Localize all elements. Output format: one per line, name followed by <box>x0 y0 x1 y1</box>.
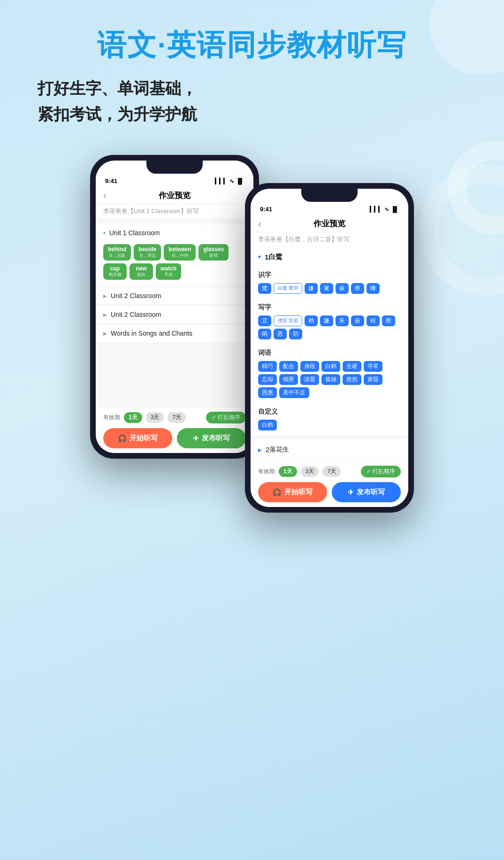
section1-header[interactable]: ▾ 1 白鹭 <box>251 249 408 265</box>
pt-huanghun[interactable]: 黄昏 <box>364 374 382 385</box>
word-tag-behind[interactable]: behind 在...后面 <box>103 244 131 261</box>
wt-yi[interactable]: 宜 <box>258 315 271 326</box>
pt-enhui[interactable]: 恩惠 <box>258 387 277 398</box>
main-title: 语文·英语同步教材听写 <box>0 0 504 66</box>
bottom-bar-left: 有效期 1天 3天 7天 ✓ 打乱顺序 🎧 开始听写 ✈ 发布听写 <box>96 407 253 453</box>
back-button-right[interactable]: ‹ <box>258 218 261 229</box>
signal-icon-right: ▎▎▎ <box>370 206 382 213</box>
section2-arrow: ▶ <box>258 447 262 453</box>
header-title-right: 作业预览 <box>313 218 345 229</box>
start-icon-right: 🎧 <box>273 488 282 497</box>
validity-1day-right[interactable]: 1天 <box>279 466 297 477</box>
unit2a-label: Unit 2 Classroom <box>111 292 161 299</box>
word-tag-beside[interactable]: beside 在...旁边 <box>134 244 161 261</box>
word-tag-new[interactable]: new 新的 <box>130 263 153 280</box>
phrase-label: 词语 <box>251 345 408 359</box>
words-songs-header[interactable]: ▶ Words in Songs and Chants <box>96 325 253 342</box>
unit2b-arrow: ▶ <box>103 312 107 317</box>
back-button-left[interactable]: ‹ <box>103 190 107 201</box>
custom-label: 自定义 <box>251 404 408 418</box>
pt-jingqiao[interactable]: 精巧 <box>258 361 277 372</box>
phrase-tags: 精巧 配合 身段 白鹤 生硬 寻常 忘却 镜匣 清晨 孤独 悠然 黄昏 恩惠 美… <box>251 359 408 402</box>
validity-label-right: 有效期 <box>258 468 275 476</box>
status-bar-right: 9:41 ▎▎▎ ∿ ▐▌ <box>251 202 408 215</box>
validity-row-right: 有效期 1天 3天 7天 ✓ 打乱顺序 <box>258 466 401 477</box>
pt-peihe[interactable]: 配合 <box>279 361 298 372</box>
words-songs-arrow: ▶ <box>103 331 107 336</box>
write-tags: 宜 便宜 宜居 鹤 嫌 朱 嵌 框 匣 哨 恩 韵 <box>251 314 408 343</box>
publish-label-right: 发布听写 <box>357 488 385 497</box>
cn-tag-bailu-luyu[interactable]: 白鹭 鹭羽 <box>274 283 302 294</box>
pt-xunchang[interactable]: 寻常 <box>364 361 382 372</box>
write-label: 写字 <box>251 299 408 314</box>
pt-youran[interactable]: 悠然 <box>343 374 361 385</box>
wt-xian2[interactable]: 嫌 <box>320 315 333 326</box>
action-row-left: 🎧 开始听写 ✈ 发布听写 <box>103 428 246 448</box>
validity-7day-left[interactable]: 7天 <box>168 412 186 423</box>
validity-3day-left[interactable]: 3天 <box>146 412 164 423</box>
wt-xia2[interactable]: 匣 <box>382 315 395 326</box>
cn-tag-qian[interactable]: 嵌 <box>336 283 349 294</box>
cn-tag-lu[interactable]: 鹭 <box>258 283 271 294</box>
cn-tag-xian[interactable]: 嫌 <box>305 283 318 294</box>
pt-shenduan[interactable]: 身段 <box>300 361 319 372</box>
section2-title: 落花生 <box>269 445 289 454</box>
start-btn-right[interactable]: 🎧 开始听写 <box>258 482 327 502</box>
pt-meizhongbuzu[interactable]: 美中不足 <box>279 387 309 398</box>
validity-3day-right[interactable]: 3天 <box>301 466 319 477</box>
wt-shao[interactable]: 哨 <box>258 329 271 339</box>
pt-shengying[interactable]: 生硬 <box>343 361 361 372</box>
start-label-left: 开始听写 <box>130 434 158 443</box>
publish-btn-right[interactable]: ✈ 发布听写 <box>332 482 401 502</box>
wt-qian2[interactable]: 嵌 <box>351 315 364 326</box>
notch-left <box>146 161 203 174</box>
unit1-word-tags: behind 在...后面 beside 在...旁边 between 在...… <box>96 241 253 285</box>
word-tag-glasses[interactable]: glasses 眼镜 <box>199 244 229 261</box>
words-songs-label: Words in Songs and Chants <box>111 330 192 337</box>
identify-block: 识字 鹭 白鹭 鹭羽 嫌 篱 嵌 匣 嗜 <box>251 267 408 298</box>
start-btn-left[interactable]: 🎧 开始听写 <box>103 428 172 448</box>
word-tag-watch[interactable]: watch 手表 <box>156 263 181 280</box>
wt-en[interactable]: 恩 <box>274 329 287 339</box>
unit2b-header[interactable]: ▶ Unit 2 Classroom <box>96 306 253 323</box>
pt-qingchen[interactable]: 清晨 <box>300 374 319 385</box>
wt-yun[interactable]: 韵 <box>289 329 302 339</box>
pt-jingxia[interactable]: 镜匣 <box>279 374 298 385</box>
section1-arrow: ▾ <box>258 254 261 260</box>
validity-1day-left[interactable]: 1天 <box>124 412 142 423</box>
wt-bianyi-yuju[interactable]: 便宜 宜居 <box>274 315 302 326</box>
time-left: 9:41 <box>105 177 117 184</box>
ct-baihe[interactable]: 白鹤 <box>258 420 277 430</box>
app-header-right: ‹ 作业预览 <box>251 215 408 232</box>
wt-zhu[interactable]: 朱 <box>336 315 349 326</box>
unit1-arrow: ▾ <box>103 230 106 236</box>
wt-he[interactable]: 鹤 <box>305 315 318 326</box>
shuffle-btn-left[interactable]: ✓ 打乱顺序 <box>206 412 246 423</box>
section1-title: 白鹭 <box>268 253 283 261</box>
status-icons-left: ▎▎▎ ∿ ▐▌ <box>215 178 244 184</box>
pt-gudu[interactable]: 孤独 <box>321 374 340 385</box>
wifi-icon: ∿ <box>229 178 234 184</box>
identify-label: 识字 <box>251 267 408 281</box>
custom-block: 自定义 白鹤 <box>251 404 408 434</box>
publish-label-left: 发布听写 <box>202 434 230 443</box>
cn-tag-shi[interactable]: 嗜 <box>367 283 380 294</box>
cn-tag-xia[interactable]: 匣 <box>351 283 364 294</box>
unit2a-header[interactable]: ▶ Unit 2 Classroom <box>96 287 253 304</box>
section2-block: ▶ 2 落花生 <box>251 441 408 459</box>
shuffle-label-right: ✓ 打乱顺序 <box>367 468 395 476</box>
start-icon-left: 🎧 <box>118 434 127 443</box>
word-tag-cap[interactable]: cap 鸭舌帽 <box>103 263 127 280</box>
unit1-header[interactable]: ▾ Unit 1 Classroom <box>96 224 253 241</box>
shuffle-btn-right[interactable]: ✓ 打乱顺序 <box>361 466 401 477</box>
section2-header[interactable]: ▶ 2 落花生 <box>251 441 408 459</box>
pt-wangque[interactable]: 忘却 <box>258 374 277 385</box>
cn-tag-li[interactable]: 篱 <box>320 283 333 294</box>
pt-baihe[interactable]: 白鹤 <box>321 361 340 372</box>
battery-icon-right: ▐▌ <box>391 206 399 213</box>
wt-kuang[interactable]: 框 <box>367 315 380 326</box>
publish-btn-left[interactable]: ✈ 发布听写 <box>177 428 246 448</box>
validity-7day-right[interactable]: 7天 <box>322 466 341 477</box>
word-tag-between[interactable]: between 在...中间 <box>164 244 196 261</box>
publish-icon-left: ✈ <box>193 434 199 443</box>
